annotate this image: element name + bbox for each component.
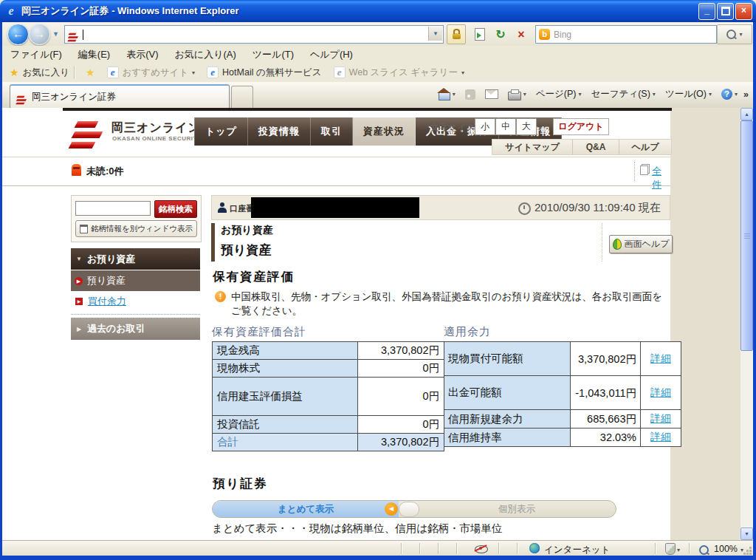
logout-button[interactable]: ログアウト → (553, 118, 609, 135)
nav-top[interactable]: トップ (194, 117, 248, 146)
zoom-level[interactable]: 100% (714, 544, 738, 554)
rss-icon (465, 89, 475, 100)
address-dropdown-icon[interactable]: ▼ (428, 27, 442, 41)
qa-link[interactable]: Q&A (573, 140, 619, 154)
nav-investment-info[interactable]: 投資情報 (248, 117, 311, 146)
refresh-button[interactable] (491, 24, 510, 44)
back-button[interactable]: ← (7, 24, 29, 45)
overflow-chevron-icon[interactable] (743, 89, 749, 100)
safety-menu-button[interactable]: セーフティ(S) (588, 86, 659, 102)
symbol-popup-button[interactable]: 銘柄情報を別ウィンドウ表示 (75, 220, 197, 237)
menu-edit[interactable]: 編集(E) (70, 48, 118, 61)
tools-menu-button[interactable]: ツール(O) (662, 86, 715, 102)
tab-okasan[interactable]: 岡三オンライン証券 (10, 84, 230, 108)
favorites-star-icon (10, 66, 19, 78)
close-button[interactable]: × (735, 3, 752, 20)
nav-trading[interactable]: 取引 (311, 117, 353, 146)
menu-view[interactable]: 表示(V) (118, 48, 166, 61)
popup-window-icon (80, 225, 88, 233)
divider (634, 162, 636, 181)
detail-link-cell: 詳細 (641, 342, 681, 376)
sidebar-header-past-trades[interactable]: ▶ 過去のお取引 (71, 318, 200, 340)
vertical-scrollbar[interactable]: ▲ ▼ (740, 108, 753, 540)
detail-link[interactable]: 詳細 (650, 431, 671, 443)
font-size-label: 文字サイズ (430, 121, 475, 134)
notice-text: 中国株取引、先物・オプション取引、外国為替証拠金取引のお預り資産状況は、各お取引… (231, 290, 668, 318)
search-go-button[interactable] (717, 24, 752, 44)
maximize-button[interactable] (717, 3, 734, 20)
toggle-arrow-icon (385, 502, 398, 516)
home-button[interactable] (435, 87, 459, 102)
sidebar-menu: ▼ お預り資産 預り資産 買付余力 ▶ 過去のお取引 (71, 248, 200, 340)
hotmail-link[interactable]: HotMail の無料サービス (201, 66, 328, 79)
scroll-down-icon[interactable]: ▼ (740, 527, 753, 540)
sitemap-link[interactable]: サイトマップ (492, 140, 573, 154)
toggle-knob[interactable] (399, 502, 419, 517)
help-button[interactable] (718, 87, 741, 101)
chevron-down-icon[interactable] (677, 547, 680, 553)
sidebar-item-deposit-assets[interactable]: 預り資産 (71, 270, 200, 291)
minimize-button[interactable]: _ (698, 3, 715, 20)
arrow-right-icon (75, 277, 83, 285)
sidebar-header-assets[interactable]: ▼ お預り資産 (71, 248, 200, 270)
security-lock-icon[interactable] (447, 24, 466, 44)
compatibility-view-icon[interactable] (470, 24, 489, 44)
table-row: 投資信託0円 (213, 416, 444, 434)
security-shield-icon[interactable] (665, 543, 676, 555)
web-slice-link[interactable]: Web スライス ギャラリー (328, 66, 470, 79)
resize-grip[interactable] (749, 553, 752, 555)
screen-help-button[interactable]: 画面ヘルプ (609, 235, 673, 253)
menu-help[interactable]: ヘルプ(H) (302, 48, 361, 61)
stop-button[interactable] (512, 24, 531, 44)
scrollbar-thumb[interactable] (740, 120, 753, 351)
okasan-logo-icon[interactable] (70, 121, 104, 149)
detail-link-cell: 詳細 (641, 410, 681, 428)
chevron-down-icon (461, 69, 464, 76)
toggle-grouped-option[interactable]: まとめて表示 (213, 501, 399, 517)
nav-asset-status[interactable]: 資産状況 (353, 117, 416, 146)
protected-mode-icon (475, 545, 488, 553)
detail-link[interactable]: 詳細 (650, 412, 671, 424)
address-input[interactable]: ▼ (64, 25, 444, 44)
symbol-search-input[interactable] (75, 201, 151, 216)
rss-button[interactable] (461, 88, 479, 101)
bing-icon (539, 29, 550, 40)
search-box[interactable]: Bing (535, 25, 717, 44)
site-logo-subtitle: OKASAN ONLINE SECURITIES (112, 135, 207, 142)
display-mode-toggle[interactable]: まとめて表示 個別表示 (212, 500, 616, 518)
all-items-link[interactable]: 全件 (652, 165, 670, 191)
window-titlebar: 岡三オンライン証券 - Windows Internet Explorer _ … (0, 0, 756, 22)
detail-link[interactable]: 詳細 (650, 352, 671, 364)
utility-links-row: サイトマップ Q&A ヘルプ (492, 139, 672, 155)
sidebar-item-buying-power[interactable]: 買付余力 (71, 291, 200, 311)
symbol-search-panel: 銘柄検索 銘柄情報を別ウィンドウ表示 (71, 195, 202, 242)
print-button[interactable] (504, 87, 530, 102)
chevron-down-icon[interactable] (740, 547, 743, 553)
mail-button[interactable] (481, 88, 502, 100)
site-help-link[interactable]: ヘルプ (619, 140, 671, 154)
page-menu-button[interactable]: ページ(P) (532, 86, 585, 102)
favorites-button[interactable]: お気に入り (23, 66, 69, 79)
symbol-search-button[interactable]: 銘柄検索 (154, 200, 197, 218)
menu-favorites[interactable]: お気に入り(A) (167, 48, 244, 61)
scroll-up-icon[interactable]: ▲ (740, 108, 753, 120)
search-options-icon (739, 31, 742, 38)
detail-link[interactable]: 詳細 (650, 386, 671, 398)
new-tab-button[interactable] (231, 86, 253, 109)
window-title: 岡三オンライン証券 - Windows Internet Explorer (21, 4, 239, 18)
menu-file[interactable]: ファイル(F) (2, 48, 70, 61)
history-dropdown-icon[interactable]: ▼ (52, 30, 59, 38)
font-size-large-button[interactable]: 大 (516, 118, 537, 135)
suggested-sites-link[interactable]: おすすめサイト (101, 66, 202, 79)
add-favorite-button[interactable] (80, 66, 101, 78)
divider (602, 223, 603, 262)
title-accent-bar (211, 223, 215, 262)
menu-tools[interactable]: ツール(T) (244, 48, 302, 61)
font-size-medium-button[interactable]: 中 (495, 118, 516, 135)
pages-icon (640, 165, 648, 175)
forward-button[interactable]: → (29, 24, 50, 45)
page-background (670, 108, 740, 540)
table-row: 信用維持率 32.03% 詳細 (444, 428, 681, 447)
toggle-individual-option[interactable]: 個別表示 (418, 501, 616, 517)
font-size-small-button[interactable]: 小 (475, 118, 495, 135)
